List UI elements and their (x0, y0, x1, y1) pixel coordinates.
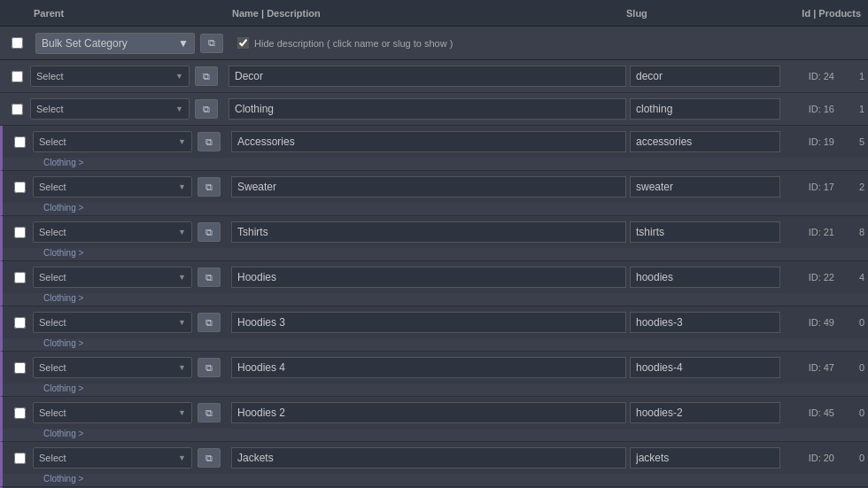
parent-select-dropdown[interactable]: Select ▼ (33, 131, 192, 152)
name-cell (228, 402, 630, 423)
name-input[interactable] (231, 447, 626, 469)
name-cell (228, 176, 630, 198)
name-input[interactable] (231, 402, 626, 423)
select-label: Select (36, 104, 64, 114)
row-group: Select ▼ ⧉ ID: 17 2 Clothing > (0, 171, 868, 216)
table-row: Select ▼ ⧉ ID: 21 8 (3, 216, 868, 248)
name-cell (228, 131, 630, 152)
select-label: Select (39, 136, 66, 147)
slug-cell (630, 131, 789, 152)
id-cell: ID: 19 (789, 136, 838, 147)
slug-cell (630, 402, 789, 423)
row-checkbox-cell (6, 453, 33, 464)
parent-cell: Select ▼ ⧉ (30, 66, 225, 87)
parent-select-dropdown[interactable]: Select ▼ (33, 357, 192, 378)
bulk-set-category-dropdown[interactable]: Bulk Set Category ▼ (35, 33, 195, 54)
row-checkbox-cell (6, 136, 33, 148)
parent-breadcrumb: Clothing > (3, 383, 868, 396)
parent-select-dropdown[interactable]: Select ▼ (30, 98, 190, 120)
slug-input[interactable] (630, 98, 780, 120)
select-label: Select (39, 182, 66, 192)
row-checkbox-cell (6, 317, 33, 329)
slug-input[interactable] (630, 66, 780, 87)
name-input[interactable] (231, 267, 626, 288)
row-copy-button[interactable]: ⧉ (198, 358, 221, 377)
row-copy-button[interactable]: ⧉ (198, 222, 221, 242)
row-checkbox[interactable] (14, 317, 26, 329)
row-checkbox[interactable] (12, 104, 23, 115)
table-row: Select ▼ ⧉ ID: 17 2 (3, 171, 868, 203)
row-checkbox[interactable] (14, 362, 26, 374)
row-copy-button[interactable]: ⧉ (198, 448, 221, 468)
name-input[interactable] (229, 98, 626, 120)
row-checkbox[interactable] (14, 272, 26, 283)
name-input[interactable] (231, 176, 626, 198)
name-cell (228, 267, 630, 288)
id-cell: ID: 17 (789, 182, 838, 192)
slug-input[interactable] (630, 221, 780, 243)
slug-cell (630, 66, 789, 87)
dropdown-arrow: ▼ (178, 318, 186, 327)
parent-breadcrumb: Clothing > (3, 158, 868, 170)
table-row: Select ▼ ⧉ ID: 19 5 (3, 126, 868, 158)
parent-select-dropdown[interactable]: Select ▼ (33, 312, 192, 333)
name-input[interactable] (231, 131, 626, 152)
parent-breadcrumb: Clothing > (3, 474, 868, 486)
row-checkbox[interactable] (14, 182, 26, 193)
table-row: Select ▼ ⧉ ID: 22 4 (3, 261, 868, 293)
parent-select-dropdown[interactable]: Select ▼ (33, 221, 192, 243)
parent-select-dropdown[interactable]: Select ▼ (33, 447, 192, 469)
slug-input[interactable] (630, 131, 780, 152)
products-cell: 4 (838, 272, 864, 283)
id-cell: ID: 45 (789, 407, 838, 418)
parent-breadcrumb: Clothing > (3, 338, 868, 351)
row-copy-button[interactable]: ⧉ (195, 66, 218, 86)
row-checkbox[interactable] (12, 71, 23, 82)
row-group: Select ▼ ⧉ ID: 19 5 Clothing > (0, 126, 868, 171)
slug-input[interactable] (630, 176, 780, 198)
name-input[interactable] (231, 221, 626, 243)
parent-breadcrumb: Clothing > (3, 248, 868, 260)
row-copy-button[interactable]: ⧉ (198, 177, 221, 197)
header-id: Id | Products (786, 8, 861, 19)
parent-select-dropdown[interactable]: Select ▼ (30, 66, 190, 87)
products-cell: 1 (838, 71, 864, 81)
parent-select-dropdown[interactable]: Select ▼ (33, 176, 192, 198)
bulk-select-all-checkbox[interactable] (12, 37, 23, 49)
row-checkbox-cell (6, 227, 33, 238)
slug-cell (630, 357, 789, 378)
row-checkbox[interactable] (14, 136, 26, 148)
name-cell (228, 447, 630, 469)
parent-cell: Select ▼ ⧉ (33, 267, 228, 288)
parent-cell: Select ▼ ⧉ (33, 447, 228, 469)
parent-select-dropdown[interactable]: Select ▼ (33, 402, 192, 423)
table-row: Select ▼ ⧉ ID: 47 0 (3, 352, 868, 383)
parent-select-dropdown[interactable]: Select ▼ (33, 267, 192, 288)
slug-cell (630, 98, 789, 120)
row-checkbox[interactable] (14, 407, 26, 419)
name-input[interactable] (231, 312, 626, 333)
header-slug: Slug (626, 8, 786, 19)
dropdown-arrow: ▼ (175, 105, 183, 113)
bulk-checkbox-cell (4, 37, 30, 49)
parent-cell: Select ▼ ⧉ (33, 131, 228, 152)
slug-input[interactable] (630, 312, 780, 333)
row-checkbox[interactable] (14, 453, 26, 464)
slug-input[interactable] (630, 357, 780, 378)
slug-input[interactable] (630, 267, 780, 288)
copy-button[interactable]: ⧉ (200, 34, 223, 53)
products-cell: 0 (838, 407, 864, 418)
row-copy-button[interactable]: ⧉ (195, 99, 218, 119)
row-copy-button[interactable]: ⧉ (198, 267, 221, 287)
row-copy-button[interactable]: ⧉ (198, 403, 221, 422)
row-copy-button[interactable]: ⧉ (198, 132, 221, 151)
select-label: Select (39, 362, 66, 373)
row-checkbox-cell (6, 362, 33, 374)
row-checkbox[interactable] (14, 227, 26, 238)
slug-input[interactable] (630, 402, 780, 423)
row-copy-button[interactable]: ⧉ (198, 313, 221, 332)
hide-description-checkbox[interactable] (237, 37, 249, 49)
name-input[interactable] (229, 66, 626, 87)
slug-input[interactable] (630, 447, 780, 469)
name-input[interactable] (231, 357, 626, 378)
